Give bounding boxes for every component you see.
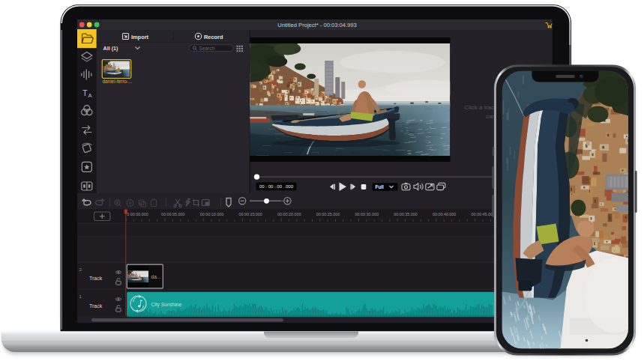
svg-text:car: car — [486, 113, 494, 120]
svg-text:Untitled Project* - 00:03:04.9: Untitled Project* - 00:03:04.993 — [277, 22, 357, 28]
svg-text:2: 2 — [79, 267, 82, 272]
svg-text:00:00:35.000: 00:00:35.000 — [394, 212, 417, 216]
svg-text:da...: da... — [151, 274, 161, 279]
svg-text:City Sunshine: City Sunshine — [151, 302, 182, 308]
svg-text:00:00:20.000: 00:00:20.000 — [277, 212, 301, 216]
svg-text:00 : 00 : 00 . 000: 00 : 00 : 00 . 000 — [259, 184, 294, 189]
svg-text:00:00:10.000: 00:00:10.000 — [200, 212, 223, 216]
svg-text:Import: Import — [131, 34, 149, 40]
svg-text:1: 1 — [79, 294, 82, 299]
svg-text:Track: Track — [89, 303, 103, 309]
svg-text:00:00:05.000: 00:00:05.000 — [161, 212, 184, 216]
svg-text:All (1): All (1) — [103, 45, 119, 52]
svg-text:00:00:15.000: 00:00:15.000 — [238, 212, 262, 216]
svg-text:Full: Full — [376, 184, 385, 189]
svg-text:00:00:45.000: 00:00:45.000 — [472, 212, 495, 216]
svg-text:Record: Record — [204, 34, 223, 40]
svg-text:T: T — [82, 88, 88, 97]
svg-text:daniel-ferro-...: daniel-ferro-... — [103, 79, 133, 84]
svg-text:Click a trac: Click a trac — [464, 104, 494, 111]
svg-text:A: A — [88, 92, 92, 99]
svg-text:00:00:25.000: 00:00:25.000 — [316, 212, 340, 216]
svg-text:Track: Track — [89, 276, 103, 281]
svg-text:00:00:40.000: 00:00:40.000 — [433, 212, 456, 216]
svg-text:00:00:30.000: 00:00:30.000 — [355, 212, 379, 216]
svg-text:0:00:00.000: 0:00:00.000 — [127, 212, 148, 216]
svg-text:Search: Search — [199, 46, 215, 51]
